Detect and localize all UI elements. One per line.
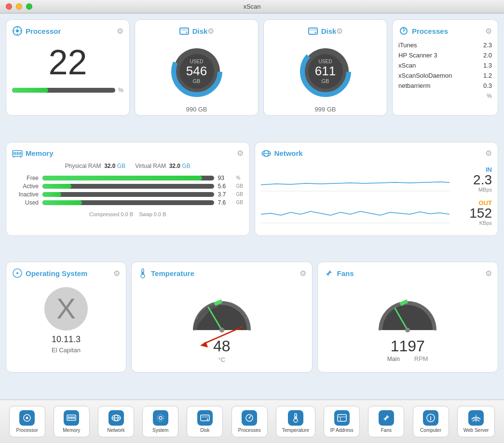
disk1-card: Disk ⚙ USED 546 GB 990 GB [135, 19, 259, 116]
fans-gauge-svg [369, 284, 446, 337]
network-chart [261, 163, 450, 230]
temperature-icon [137, 268, 148, 278]
svg-rect-58 [69, 416, 70, 419]
toolbar-network-icon [109, 410, 124, 426]
row-1: Processor ⚙ 22 % [6, 19, 498, 116]
memory-header: Memory ⚙ [12, 148, 244, 159]
network-header: Network ⚙ [261, 148, 492, 159]
toolbar-fans[interactable]: Fans [368, 406, 404, 437]
toolbar-computer[interactable]: i Computer [413, 406, 449, 437]
toolbar-network-label: Network [107, 428, 125, 433]
svg-rect-75 [338, 415, 346, 421]
network-body: IN 2.3 MBps OUT 152 KBps [261, 163, 492, 230]
processes-unit: % [398, 93, 492, 99]
window-title: xScan [243, 3, 260, 10]
memory-free-row: Free 93 % [12, 175, 244, 181]
processes-list: iTunes 2.3 HP Scanner 3 2.0 xScan 1.3 xS… [398, 40, 492, 91]
toolbar-computer-icon: i [423, 410, 438, 426]
temperature-settings-icon[interactable]: ⚙ [300, 269, 306, 278]
svg-rect-67 [201, 415, 209, 421]
temperature-title: Temperature [137, 268, 194, 278]
fans-labels: Main RPM [387, 355, 428, 362]
network-settings-icon[interactable]: ⚙ [485, 149, 492, 158]
toolbar-temperature-label: Temperature [282, 428, 309, 433]
toolbar-temperature[interactable]: Temperature [276, 406, 315, 437]
memory-free-bar [42, 176, 214, 180]
svg-rect-25 [19, 152, 20, 155]
fans-icon [324, 268, 334, 278]
toolbar-computer-label: Computer [420, 428, 441, 433]
svg-point-7 [186, 32, 187, 33]
svg-rect-12 [309, 28, 317, 34]
processes-header: Processes ⚙ [398, 26, 492, 36]
disk2-settings-icon[interactable]: ⚙ [336, 27, 343, 36]
process-row-1: HP Scanner 3 2.0 [398, 50, 492, 60]
disk2-title: Disk [308, 26, 337, 36]
svg-point-35 [16, 272, 18, 274]
toolbar-network[interactable]: Network [98, 406, 134, 437]
svg-point-40 [219, 328, 224, 332]
fans-value-row: 1197 [391, 337, 425, 355]
toolbar-processes[interactable]: Processes [232, 406, 268, 437]
toolbar-webserver[interactable]: Web Server [457, 406, 495, 437]
svg-rect-22 [14, 152, 14, 155]
fans-card: Fans ⚙ 1197 [317, 262, 499, 373]
os-name: El Capitan [52, 346, 81, 354]
toolbar: Processor Memory Network [0, 400, 504, 443]
toolbar-webserver-label: Web Server [463, 428, 489, 433]
memory-settings-icon[interactable]: ⚙ [237, 149, 244, 158]
processor-progress-fill [12, 88, 48, 93]
disk1-donut: USED 546 GB [168, 42, 226, 100]
processes-settings-icon[interactable]: ⚙ [485, 27, 492, 36]
memory-active-bar [42, 184, 214, 189]
toolbar-processor-icon [19, 410, 35, 426]
toolbar-ipaddress[interactable]: IP Address [324, 406, 360, 437]
row-3: Operating System ⚙ X 10.11.3 El Capitan [6, 262, 498, 373]
network-card: Network ⚙ [255, 142, 499, 236]
disk1-settings-icon[interactable]: ⚙ [207, 27, 214, 36]
memory-icon [12, 148, 23, 159]
temperature-gauge-svg [183, 284, 260, 337]
disk2-donut: USED 611 GB [297, 42, 354, 100]
fans-header: Fans ⚙ [324, 268, 492, 278]
fans-gauge-container [369, 284, 446, 337]
toolbar-memory[interactable]: Memory [54, 406, 90, 437]
toolbar-processes-icon [242, 410, 257, 426]
memory-card: Memory ⚙ Physical RAM 32.0 GB Virtual RA… [6, 142, 250, 236]
toolbar-fans-icon [379, 410, 394, 426]
svg-point-71 [249, 417, 250, 419]
fans-title: Fans [324, 268, 354, 278]
maximize-button[interactable] [26, 3, 32, 10]
processor-settings-icon[interactable]: ⚙ [117, 27, 123, 36]
fans-settings-icon[interactable]: ⚙ [485, 269, 492, 278]
memory-used-row: Used 7.6 GB [12, 199, 244, 206]
svg-rect-61 [74, 416, 75, 419]
disk1-total: 990 GB [186, 106, 207, 113]
memory-active-row: Active 5.6 GB [12, 183, 244, 190]
svg-rect-60 [72, 416, 73, 419]
network-out-chart [261, 200, 450, 224]
toolbar-processor[interactable]: Processor [9, 406, 45, 437]
process-row-0: iTunes 2.3 [398, 40, 492, 50]
toolbar-system[interactable]: System [142, 406, 178, 437]
os-settings-icon[interactable]: ⚙ [113, 269, 120, 278]
disk1-icon [179, 26, 190, 36]
row-2: Memory ⚙ Physical RAM 32.0 GB Virtual RA… [6, 142, 498, 236]
toolbar-memory-label: Memory [63, 428, 80, 433]
close-button[interactable] [6, 3, 12, 10]
processes-title: Processes [398, 26, 448, 36]
toolbar-disk[interactable]: Disk [187, 406, 223, 437]
disk1-donut-label: USED 546 GB [186, 59, 207, 84]
minimize-button[interactable] [16, 3, 22, 10]
svg-rect-57 [68, 416, 69, 419]
memory-inactive-row: Inactive 3.7 GB [12, 191, 244, 198]
toolbar-system-label: System [152, 428, 168, 433]
disk2-total: 999 GB [314, 106, 336, 113]
main-content: Processor ⚙ 22 % [0, 14, 504, 400]
svg-rect-6 [180, 28, 189, 34]
process-row-3: xScanSoloDaemon 1.2 [398, 70, 492, 81]
process-row-2: xScan 1.3 [398, 60, 492, 70]
svg-point-78 [385, 417, 387, 419]
svg-text:i: i [430, 415, 431, 422]
temperature-gauge-container [183, 284, 260, 337]
